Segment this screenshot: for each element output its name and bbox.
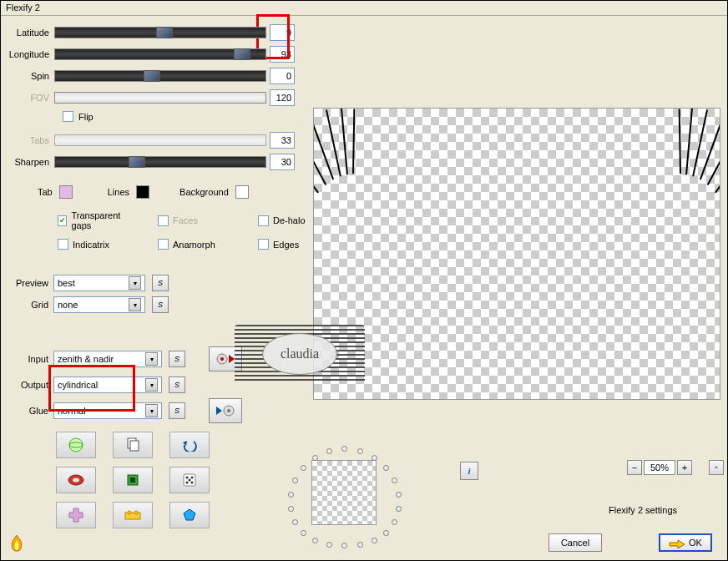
svg-point-23 bbox=[134, 511, 138, 514]
latitude-label: Latitude bbox=[8, 28, 54, 38]
slider-thumb[interactable] bbox=[129, 156, 145, 168]
lash-group-right bbox=[691, 109, 703, 184]
svg-point-22 bbox=[128, 511, 131, 514]
flame-icon[interactable] bbox=[6, 533, 28, 555]
slider-thumb[interactable] bbox=[156, 27, 173, 38]
anamorph-checkbox[interactable] bbox=[158, 239, 169, 250]
spin-label: Spin bbox=[8, 71, 54, 81]
faces-checkbox bbox=[158, 215, 169, 226]
dice-button[interactable] bbox=[169, 467, 210, 493]
lines-color-label: Lines bbox=[108, 187, 129, 197]
glue-dropdown[interactable]: normal▾ bbox=[53, 402, 162, 419]
tabs-slider bbox=[54, 134, 266, 146]
glue-label: Glue bbox=[8, 406, 53, 416]
tabs-value[interactable] bbox=[270, 132, 295, 149]
square-button[interactable] bbox=[113, 467, 153, 493]
input-dropdown[interactable]: zenith & nadir▾ bbox=[53, 351, 162, 367]
window-title: Flexify 2 bbox=[6, 3, 40, 13]
input-row: Input zenith & nadir▾ S bbox=[8, 346, 295, 371]
preview-dropdown[interactable]: best▾ bbox=[53, 275, 145, 291]
slider-thumb[interactable] bbox=[234, 48, 250, 60]
pentagon-icon bbox=[182, 508, 197, 523]
background-color-swatch[interactable] bbox=[235, 185, 249, 199]
cross-button[interactable] bbox=[56, 502, 96, 528]
svg-point-18 bbox=[186, 482, 189, 484]
copy-icon bbox=[125, 437, 140, 452]
svg-point-19 bbox=[191, 482, 194, 484]
preview-panel bbox=[313, 108, 720, 400]
undo-button[interactable] bbox=[169, 432, 210, 458]
bottom-bar: i − 50% + ^ Flexify 2 settings Cancel OK bbox=[301, 452, 727, 560]
info-button[interactable]: i bbox=[460, 462, 478, 480]
latitude-row: Latitude bbox=[8, 24, 295, 41]
edges-checkbox[interactable] bbox=[258, 239, 269, 250]
gem-button[interactable] bbox=[169, 502, 210, 528]
thumbnail-preview[interactable] bbox=[311, 460, 377, 525]
input-value: zenith & nadir bbox=[58, 354, 114, 364]
sharpen-slider[interactable] bbox=[54, 156, 266, 168]
input-s-button[interactable]: S bbox=[169, 351, 185, 367]
grid-label: Grid bbox=[8, 300, 53, 310]
glue-row: Glue normal▾ S bbox=[8, 398, 295, 423]
spin-value[interactable] bbox=[270, 68, 295, 84]
dehalo-checkbox[interactable] bbox=[258, 215, 269, 226]
copy-button[interactable] bbox=[113, 432, 153, 458]
output-s-button[interactable]: S bbox=[169, 377, 185, 393]
record-play-button[interactable] bbox=[209, 346, 242, 371]
titlebar: Flexify 2 bbox=[1, 1, 727, 16]
grid-s-button[interactable]: S bbox=[152, 296, 169, 313]
zoom-in-button[interactable]: + bbox=[677, 460, 692, 475]
preview-s-button[interactable]: S bbox=[152, 275, 169, 291]
output-row: Output cylindrical▾ S bbox=[8, 377, 295, 393]
ok-label: OK bbox=[689, 538, 702, 548]
cancel-button[interactable]: Cancel bbox=[549, 533, 602, 552]
zoom-controls: − 50% + bbox=[627, 460, 692, 475]
disc-play-icon bbox=[216, 352, 235, 366]
chevron-down-icon: ▾ bbox=[145, 378, 158, 392]
globe-button[interactable] bbox=[56, 432, 96, 458]
flip-checkbox[interactable] bbox=[63, 111, 73, 122]
cancel-label: Cancel bbox=[561, 538, 589, 548]
latitude-value[interactable] bbox=[270, 24, 295, 41]
longitude-value[interactable] bbox=[270, 46, 295, 63]
transparent-gaps-checkbox[interactable]: ✔ bbox=[58, 215, 67, 226]
brick-button[interactable] bbox=[113, 502, 153, 528]
zoom-out-button[interactable]: − bbox=[627, 460, 642, 475]
svg-marker-3 bbox=[216, 407, 222, 415]
svg-rect-21 bbox=[125, 513, 140, 519]
zoom-value: 50% bbox=[644, 460, 675, 475]
main-area: Latitude Longitude Spin FOV Flip Tabs bbox=[1, 16, 727, 560]
torus-icon bbox=[68, 473, 84, 487]
ok-button[interactable]: OK bbox=[659, 533, 712, 552]
play-disc-icon bbox=[216, 404, 235, 417]
chevron-down-icon: ▾ bbox=[145, 404, 158, 417]
lego-icon bbox=[124, 509, 142, 521]
longitude-slider[interactable] bbox=[54, 48, 266, 60]
dehalo-label: De-halo bbox=[273, 215, 306, 225]
tabs-row: Tabs bbox=[8, 132, 295, 149]
preview-row: Preview best▾ S bbox=[8, 275, 295, 291]
indicatrix-checkbox[interactable] bbox=[58, 239, 68, 250]
slider-thumb[interactable] bbox=[144, 70, 160, 82]
spin-row: Spin bbox=[8, 68, 295, 84]
tab-color-swatch[interactable] bbox=[59, 185, 73, 199]
sharpen-value[interactable] bbox=[270, 154, 295, 170]
output-dropdown[interactable]: cylindrical▾ bbox=[53, 377, 162, 393]
latitude-slider[interactable] bbox=[54, 27, 266, 38]
play-record-button[interactable] bbox=[209, 398, 242, 423]
dot-ring bbox=[289, 446, 401, 543]
tabs-label: Tabs bbox=[8, 135, 54, 145]
fov-label: FOV bbox=[8, 93, 54, 103]
torus-button[interactable] bbox=[56, 467, 96, 493]
fov-value[interactable] bbox=[270, 89, 295, 106]
flip-label: Flip bbox=[78, 112, 94, 122]
collapse-button[interactable]: ^ bbox=[709, 460, 724, 475]
lines-color-swatch[interactable] bbox=[136, 185, 149, 199]
grid-dropdown[interactable]: none▾ bbox=[53, 296, 145, 313]
button-row-1 bbox=[56, 432, 295, 458]
glue-value: normal bbox=[58, 406, 86, 416]
svg-rect-9 bbox=[130, 441, 139, 451]
sharpen-row: Sharpen bbox=[8, 154, 295, 170]
spin-slider[interactable] bbox=[54, 70, 266, 82]
glue-s-button[interactable]: S bbox=[169, 402, 185, 419]
